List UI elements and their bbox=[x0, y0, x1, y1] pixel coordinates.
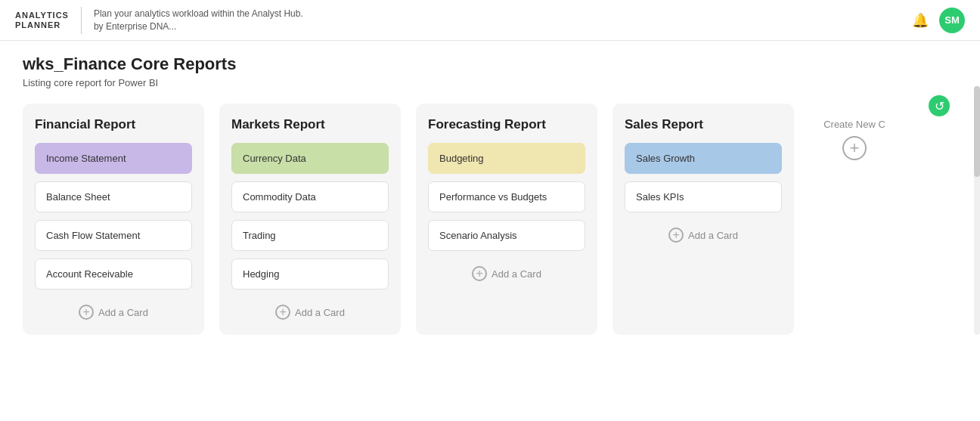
column-financial: Financial ReportIncome StatementBalance … bbox=[23, 104, 204, 335]
card-item[interactable]: Account Receivable bbox=[35, 258, 192, 289]
scroll-thumb[interactable] bbox=[974, 86, 980, 177]
column-sales: Sales ReportSales GrowthSales KPIs+Add a… bbox=[612, 104, 794, 335]
subtitle-line2: by Enterprise DNA... bbox=[94, 20, 303, 33]
create-new-icon[interactable]: + bbox=[842, 136, 867, 160]
app-header: ANALYTICS PLANNER Plan your analytics wo… bbox=[0, 0, 980, 41]
add-card-label: Add a Card bbox=[295, 307, 345, 318]
logo-planner: PLANNER bbox=[15, 20, 69, 29]
card-item[interactable]: Budgeting bbox=[428, 143, 585, 174]
scroll-track[interactable] bbox=[974, 86, 980, 335]
card-item[interactable]: Scenario Analysis bbox=[428, 220, 585, 251]
add-card-icon: + bbox=[275, 305, 290, 320]
card-item[interactable]: Performance vs Budgets bbox=[428, 181, 585, 212]
page-title: wks_Finance Core Reports bbox=[23, 54, 957, 74]
column-forecasting: Forecasting ReportBudgetingPerformance v… bbox=[416, 104, 597, 335]
column-title-sales: Sales Report bbox=[625, 117, 782, 132]
logo-analytics: ANALYTICS bbox=[15, 11, 69, 20]
add-card-button[interactable]: +Add a Card bbox=[35, 297, 192, 323]
columns-container: Financial ReportIncome StatementBalance … bbox=[0, 96, 980, 342]
create-new-label: Create New C bbox=[823, 119, 885, 130]
page-header: wks_Finance Core Reports Listing core re… bbox=[0, 41, 980, 96]
create-new-column[interactable]: Create New C + bbox=[809, 104, 900, 335]
header-left: ANALYTICS PLANNER Plan your analytics wo… bbox=[15, 7, 303, 34]
add-card-button[interactable]: +Add a Card bbox=[428, 258, 585, 284]
add-card-label: Add a Card bbox=[98, 307, 148, 318]
column-title-markets: Markets Report bbox=[231, 117, 389, 132]
avatar[interactable]: SM bbox=[939, 8, 965, 33]
page-area: wks_Finance Core Reports Listing core re… bbox=[0, 41, 980, 342]
column-markets: Markets ReportCurrency DataCommodity Dat… bbox=[219, 104, 401, 335]
card-item[interactable]: Sales Growth bbox=[625, 143, 782, 174]
header-right: 🔔 SM bbox=[912, 8, 965, 33]
column-title-financial: Financial Report bbox=[35, 117, 192, 132]
add-card-icon: + bbox=[79, 305, 94, 320]
add-card-icon: + bbox=[472, 266, 487, 281]
card-item[interactable]: Income Statement bbox=[35, 143, 192, 174]
column-title-forecasting: Forecasting Report bbox=[428, 117, 585, 132]
add-card-icon: + bbox=[668, 228, 684, 243]
logo: ANALYTICS PLANNER bbox=[15, 11, 69, 29]
card-item[interactable]: Hedging bbox=[231, 258, 389, 289]
subtitle-line1: Plan your analytics workload within the … bbox=[94, 8, 303, 20]
add-card-label: Add a Card bbox=[492, 268, 541, 280]
add-card-label: Add a Card bbox=[688, 230, 738, 241]
card-item[interactable]: Balance Sheet bbox=[35, 181, 192, 212]
header-subtitle: Plan your analytics workload within the … bbox=[94, 8, 303, 33]
card-item[interactable]: Currency Data bbox=[231, 143, 389, 174]
add-card-button[interactable]: +Add a Card bbox=[231, 297, 389, 323]
page-subtitle: Listing core report for Power BI bbox=[23, 77, 957, 88]
card-item[interactable]: Trading bbox=[231, 220, 389, 251]
bell-icon[interactable]: 🔔 bbox=[912, 12, 929, 29]
card-item[interactable]: Commodity Data bbox=[231, 181, 389, 212]
logo-divider bbox=[81, 7, 82, 34]
card-item[interactable]: Sales KPIs bbox=[625, 181, 782, 212]
card-item[interactable]: Cash Flow Statement bbox=[35, 220, 192, 251]
add-card-button[interactable]: +Add a Card bbox=[625, 220, 782, 246]
